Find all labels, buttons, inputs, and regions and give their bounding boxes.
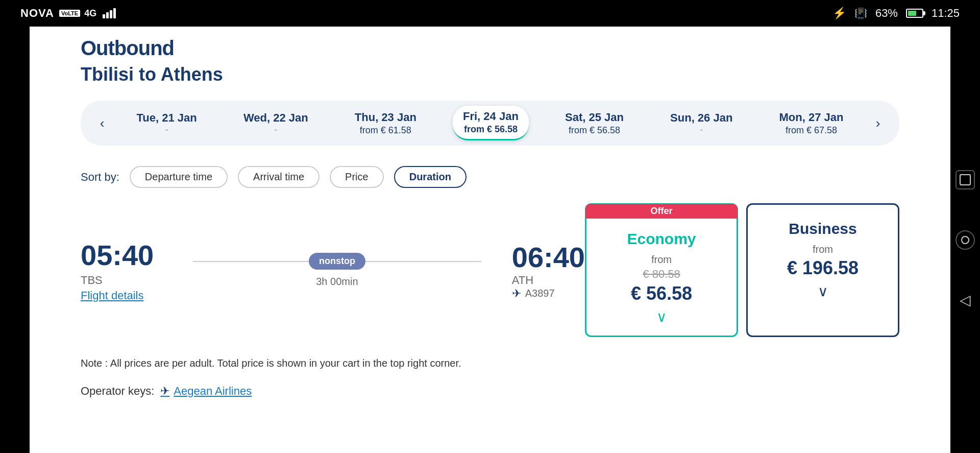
economy-class-name: Economy: [627, 230, 696, 248]
business-class-name: Business: [789, 220, 856, 237]
date-price-thu: from € 61.58: [360, 125, 411, 136]
date-label-tue: Tue, 21 Jan: [137, 111, 197, 125]
economy-from-label: from: [651, 254, 672, 266]
flight-details-link[interactable]: Flight details: [81, 289, 162, 302]
aegean-airline-icon: ✈: [160, 385, 169, 398]
battery-icon: [906, 9, 923, 18]
operator-label: Operator keys:: [81, 385, 154, 398]
outbound-title: Outbound: [81, 37, 899, 60]
circle-icon: [961, 236, 969, 244]
departure-section: 05:40 TBS Flight details: [81, 239, 162, 302]
signal-bars: [103, 8, 116, 18]
android-square-btn[interactable]: [955, 170, 975, 189]
note-text: Note : All prices are per adult. Total p…: [81, 357, 461, 369]
status-right: ⚡ 📳 63% 11:25: [832, 7, 960, 20]
business-card[interactable]: Business from € 196.58 ∨: [746, 203, 899, 337]
bluetooth-icon: ⚡: [832, 7, 846, 20]
departure-time: 05:40: [81, 239, 162, 272]
date-selector: ‹ Tue, 21 Jan - Wed, 22 Jan - Thu, 23 Ja…: [81, 101, 899, 146]
date-price-sun: -: [700, 125, 703, 135]
battery-percent: 63%: [875, 7, 898, 20]
status-bar: NOVA VoLTE 4G ⚡ 📳 63% 11:25: [0, 0, 980, 27]
flight-number: A3897: [525, 288, 555, 299]
clock: 11:25: [932, 7, 960, 20]
date-label-sat: Sat, 25 Jan: [565, 111, 624, 124]
date-prev-button[interactable]: ‹: [91, 112, 113, 134]
signal-bar-4: [113, 8, 116, 18]
sort-bar: Sort by: Departure time Arrival time Pri…: [30, 161, 950, 193]
arrival-section: 06:40 ATH ✈ A3897: [512, 241, 585, 300]
route-line-right: [365, 261, 481, 262]
economy-card[interactable]: Offer Economy from € 80.58 € 56.58 ∨: [585, 203, 738, 337]
date-price-fri: from € 56.58: [464, 124, 518, 135]
main-content: Outbound Tbilisi to Athens ‹ Tue, 21 Jan…: [30, 27, 950, 453]
date-item-fri[interactable]: Fri, 24 Jan from € 56.58: [453, 106, 529, 140]
signal-bar-3: [110, 10, 112, 18]
flight-card: 05:40 TBS Flight details nonstop 3h 00mi…: [81, 203, 899, 337]
date-label-wed: Wed, 22 Jan: [243, 111, 308, 125]
date-label-sun: Sun, 26 Jan: [670, 111, 732, 125]
date-label-thu: Thu, 23 Jan: [355, 111, 416, 124]
sort-price-btn[interactable]: Price: [330, 166, 384, 188]
vibrate-icon: 📳: [854, 7, 867, 19]
business-chevron-icon: ∨: [818, 283, 828, 300]
economy-main-price: € 56.58: [631, 283, 692, 304]
economy-original-price: € 80.58: [643, 268, 680, 281]
android-back-btn[interactable]: ◁: [955, 291, 975, 310]
battery-fill: [908, 11, 916, 16]
aegean-airlines-link[interactable]: ✈ Aegean Airlines: [160, 385, 252, 398]
square-icon: [960, 174, 971, 185]
date-item-sun[interactable]: Sun, 26 Jan -: [660, 107, 743, 139]
flight-duration: 3h 00min: [316, 276, 358, 288]
back-icon: ◁: [960, 293, 971, 307]
sort-departure-btn[interactable]: Departure time: [130, 166, 228, 188]
date-price-wed: -: [274, 125, 277, 135]
date-next-button[interactable]: ›: [867, 112, 889, 134]
economy-chevron-icon: ∨: [656, 308, 667, 325]
sort-arrival-btn[interactable]: Arrival time: [238, 166, 320, 188]
android-nav: ◁: [950, 27, 980, 453]
flight-number-row: ✈ A3897: [512, 287, 555, 300]
route-line-left: [193, 261, 309, 262]
network-type: 4G: [84, 8, 96, 19]
date-price-tue: -: [165, 125, 168, 135]
status-left: NOVA VoLTE 4G: [20, 7, 116, 20]
arrival-airport: ATH: [512, 274, 533, 287]
android-home-btn[interactable]: [955, 230, 975, 250]
business-main-price: € 196.58: [787, 257, 859, 279]
nonstop-badge: nonstop: [309, 253, 365, 270]
date-item-tue[interactable]: Tue, 21 Jan -: [127, 107, 207, 139]
date-item-sat[interactable]: Sat, 25 Jan from € 56.58: [555, 107, 634, 140]
date-item-mon[interactable]: Mon, 27 Jan from € 67.58: [769, 107, 854, 140]
date-item-thu[interactable]: Thu, 23 Jan from € 61.58: [345, 107, 427, 140]
note-section: Note : All prices are per adult. Total p…: [30, 347, 950, 379]
date-price-mon: from € 67.58: [786, 125, 837, 136]
offer-badge: Offer: [585, 204, 738, 219]
airline-icon: ✈: [512, 287, 521, 300]
carrier-name: NOVA: [20, 7, 54, 20]
volte-badge: VoLTE: [59, 10, 80, 17]
sort-duration-btn[interactable]: Duration: [394, 166, 467, 188]
route-line-container: nonstop: [193, 253, 481, 270]
date-label-fri: Fri, 24 Jan: [463, 110, 519, 123]
operator-section: Operator keys: ✈ Aegean Airlines: [30, 379, 950, 403]
flight-route-visual: nonstop 3h 00min: [183, 253, 492, 288]
route-title: Tbilisi to Athens: [81, 64, 899, 85]
date-price-sat: from € 56.58: [569, 125, 620, 136]
aegean-airline-name[interactable]: Aegean Airlines: [174, 385, 252, 398]
arrival-time: 06:40: [512, 241, 585, 274]
business-from-label: from: [813, 244, 833, 255]
sort-label: Sort by:: [81, 171, 119, 184]
date-item-wed[interactable]: Wed, 22 Jan -: [233, 107, 318, 139]
flight-info: 05:40 TBS Flight details nonstop 3h 00mi…: [81, 203, 585, 337]
date-items: Tue, 21 Jan - Wed, 22 Jan - Thu, 23 Jan …: [113, 106, 867, 140]
date-label-mon: Mon, 27 Jan: [779, 111, 844, 124]
signal-bar-2: [106, 12, 109, 18]
departure-airport: TBS: [81, 274, 162, 287]
page-header: Outbound Tbilisi to Athens: [30, 27, 950, 85]
price-cards: Offer Economy from € 80.58 € 56.58 ∨ Bus…: [585, 203, 899, 337]
signal-bar-1: [103, 14, 105, 18]
